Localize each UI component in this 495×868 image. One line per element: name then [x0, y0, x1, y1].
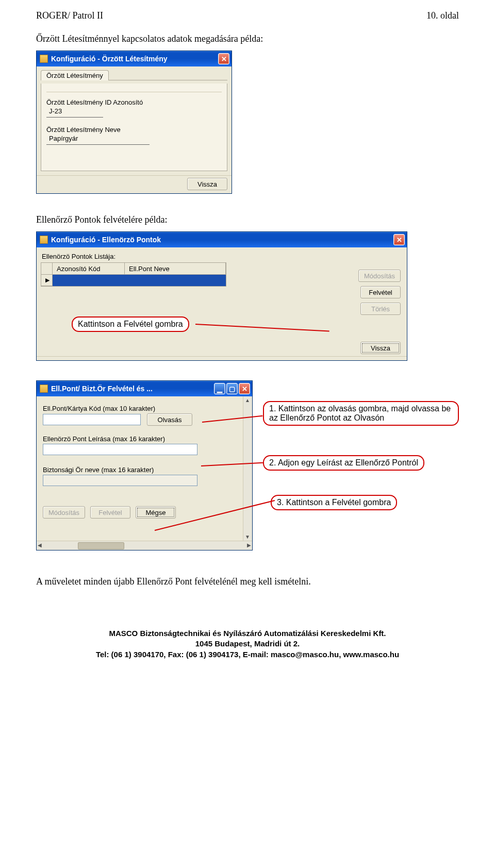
callout-click-add: Kattintson a Felvétel gombra	[72, 316, 189, 332]
selected-row[interactable]	[53, 275, 226, 286]
code-label: Ell.Pont/Kártya Kód (max 10 karakter)	[43, 405, 237, 412]
desc-label: Ellenörzö Pont Leírása (max 16 karakter)	[43, 435, 237, 443]
add-button: Felvétel	[90, 506, 130, 519]
guard-input[interactable]	[43, 475, 197, 486]
app-icon	[40, 385, 48, 393]
footer-line-2: 1045 Budapest, Madridi út 2.	[36, 639, 459, 649]
doc-header: ROGER/ Patrol II 10. oldal	[36, 10, 459, 21]
desc-input[interactable]	[43, 444, 197, 455]
doc-footer: MASCO Biztonságtechnikai és Nyílászáró A…	[36, 628, 459, 660]
section1-intro: Őrzött Létesítménnyel kapcsolatos adatok…	[36, 34, 459, 44]
col-name[interactable]: Ell.Pont Neve	[125, 263, 226, 274]
col-id[interactable]: Azonosító Kód	[53, 263, 125, 274]
guard-label: Biztonsági Ör neve (max 16 karakter)	[43, 466, 237, 474]
app-icon	[40, 236, 48, 244]
code-input[interactable]	[43, 414, 141, 425]
section2-intro: Ellenőrző Pontok felvételére példa:	[36, 214, 459, 225]
row-marker-icon: ▶	[41, 275, 53, 286]
tab-facility[interactable]: Örzött Létesítmény	[41, 70, 109, 80]
app-icon	[40, 55, 48, 63]
callout-step-3: 3. Kattintson a Felvétel gombra	[271, 495, 397, 510]
maximize-icon[interactable]: ▢	[226, 383, 238, 394]
window-title: Ell.Pont/ Bizt.Ör Felvétel és ...	[51, 385, 153, 393]
header-left: ROGER/ Patrol II	[36, 10, 103, 21]
checkpoints-config-window: Konfiguráció - Ellenörzö Pontok ✕ Ellenö…	[36, 231, 407, 361]
close-icon[interactable]: ✕	[218, 53, 229, 64]
add-button[interactable]: Felvétel	[360, 286, 401, 298]
horizontal-scrollbar[interactable]	[37, 541, 252, 550]
titlebar[interactable]: Ell.Pont/ Bizt.Ör Felvétel és ... ▁ ▢ ✕	[37, 381, 252, 396]
read-button[interactable]: Olvasás	[147, 413, 192, 426]
close-icon[interactable]: ✕	[393, 234, 405, 245]
close-icon[interactable]: ✕	[239, 383, 250, 394]
facility-name-input[interactable]: Papírgyár	[46, 133, 150, 145]
back-button[interactable]: Vissza	[360, 342, 401, 354]
closing-note: A műveletet minden újabb Ellenőrző Pont …	[36, 576, 459, 587]
callout-step-1: 1. Kattintson az olvasás gombra, majd ol…	[263, 401, 459, 426]
facility-name-label: Örzött Létesítmény Neve	[46, 126, 222, 133]
facility-id-input[interactable]: J-23	[46, 106, 103, 118]
facility-config-window: Konfiguráció - Örzött Létesítmény ✕ Örzö…	[36, 51, 232, 194]
delete-button: Törlés	[360, 303, 401, 315]
modify-button: Módosítás	[358, 270, 401, 282]
list-label: Ellenörzö Pontok Listája:	[42, 253, 403, 260]
row-selector-header	[41, 263, 53, 274]
window-title: Konfiguráció - Ellenörzö Pontok	[51, 236, 161, 244]
footer-line-3: Tel: (06 1) 3904170, Fax: (06 1) 3904173…	[36, 649, 459, 660]
back-button[interactable]: Vissza	[187, 178, 227, 190]
footer-line-1: MASCO Biztonságtechnikai és Nyílászáró A…	[36, 628, 459, 639]
facility-id-label: Örzött Létesítmény ID Azonosító	[46, 98, 222, 106]
scrollbar-thumb[interactable]	[78, 542, 124, 549]
header-right: 10. oldal	[426, 10, 459, 21]
titlebar[interactable]: Konfiguráció - Ellenörzö Pontok ✕	[37, 232, 407, 247]
minimize-icon[interactable]: ▁	[214, 383, 225, 394]
titlebar[interactable]: Konfiguráció - Örzött Létesítmény ✕	[37, 51, 232, 66]
window-title: Konfiguráció - Örzött Létesítmény	[51, 55, 168, 63]
modify-button: Módosítás	[43, 506, 85, 519]
callout-step-2: 2. Adjon egy Leírást az Ellenőrző Pontró…	[263, 455, 424, 471]
cancel-button[interactable]: Mégse	[136, 506, 176, 519]
